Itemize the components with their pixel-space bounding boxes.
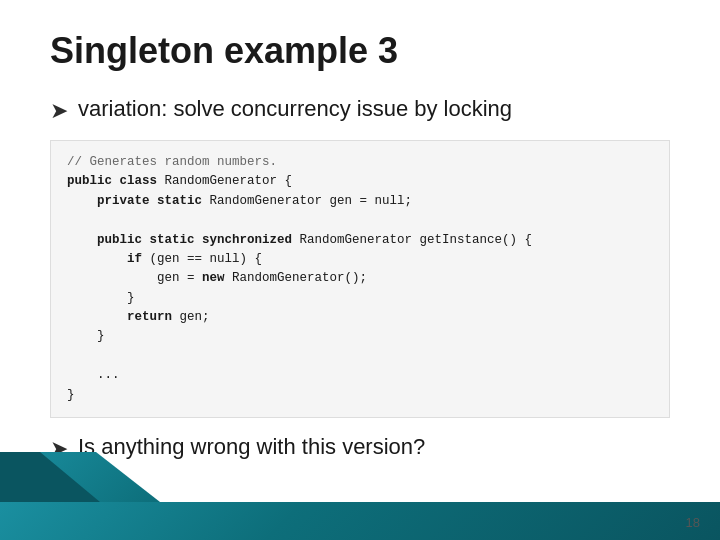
bullet-item-1: ➤ variation: solve concurrency issue by …: [50, 96, 670, 124]
code-line-12: ...: [67, 368, 120, 382]
slide-title: Singleton example 3: [50, 30, 670, 72]
code-line-3: private static RandomGenerator gen = nul…: [67, 194, 412, 208]
code-line-5: public static synchronized RandomGenerat…: [67, 233, 532, 247]
code-block: // Generates random numbers. public clas…: [50, 140, 670, 418]
code-comment: // Generates random numbers.: [67, 155, 277, 169]
code-line-9: return gen;: [67, 310, 210, 324]
code-line-6: if (gen == null) {: [67, 252, 262, 266]
slide: Singleton example 3 ➤ variation: solve c…: [0, 0, 720, 540]
code-line-2: public class RandomGenerator {: [67, 174, 292, 188]
bullet-item-2: ➤ Is anything wrong with this version?: [50, 434, 670, 462]
code-line-10: }: [67, 329, 105, 343]
code-line-13: }: [67, 388, 75, 402]
page-number: 18: [686, 515, 700, 530]
code-line-8: }: [67, 291, 135, 305]
code-line-7: gen = new RandomGenerator();: [67, 271, 367, 285]
bottom-bar: [0, 502, 720, 540]
bullet-text-1: variation: solve concurrency issue by lo…: [78, 96, 512, 122]
bullet-text-2: Is anything wrong with this version?: [78, 434, 425, 460]
bullet-arrow-1: ➤: [50, 98, 68, 124]
